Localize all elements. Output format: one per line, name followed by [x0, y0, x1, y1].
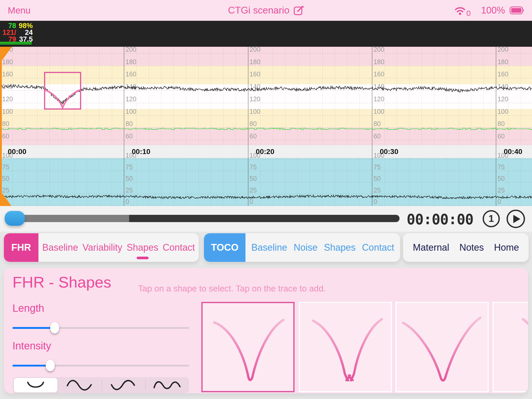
playback-track-remaining[interactable]: [129, 215, 400, 222]
fhr-shapes-panel: FHR - Shapes Tap on a shape to select. T…: [4, 268, 528, 393]
crest-trough-wave-icon: [64, 377, 96, 393]
menu-button[interactable]: Menu: [8, 0, 31, 21]
ctgi-app-screen: Menu CTGi scenario 0 100%: [0, 0, 532, 399]
deceleration-curve: [403, 318, 480, 381]
single-dip-icon: [20, 377, 51, 393]
shape-card-v-deceleration-dotted[interactable]: [299, 302, 392, 392]
length-slider-knob[interactable]: [50, 322, 59, 334]
intensity-slider-knob[interactable]: [46, 360, 55, 371]
play-icon: [513, 215, 520, 223]
intensity-slider-fill: [12, 365, 50, 367]
tab-toco-shapes[interactable]: Shapes: [323, 241, 356, 255]
vitals-strip: 78 98% 121/ 24 79 37.5: [0, 21, 532, 47]
tab-fhr-variability[interactable]: Variability: [82, 241, 123, 255]
dotted-nadir: [345, 379, 354, 381]
segment-divider: [145, 380, 146, 390]
vitals-row-bp-resp: 121/ 24: [0, 29, 44, 36]
status-cluster: 0 100%: [454, 0, 525, 21]
deceleration-curve: [214, 320, 283, 380]
tab-fhr-baseline[interactable]: Baseline: [42, 241, 79, 255]
shape-type-trough-crest[interactable]: [102, 377, 145, 393]
shape-type-segmented-control: [13, 377, 189, 393]
nav-tab-items: Maternal Notes Home: [403, 233, 529, 262]
double-wave-icon: [152, 377, 183, 393]
shape-card-wide-v-deceleration[interactable]: [395, 302, 489, 392]
ctg-trace-chart[interactable]: [0, 47, 532, 207]
playback-time: 00:00:00: [402, 207, 478, 232]
vitals-rows: 78 98% 121/ 24 79 37.5: [0, 22, 44, 43]
page-title: CTGi scenario: [228, 5, 289, 16]
play-button[interactable]: [507, 210, 525, 228]
shape-type-single-dip[interactable]: [14, 378, 57, 393]
vitals-progress-bar: [0, 42, 32, 43]
wifi-count: 0: [466, 9, 471, 18]
shape-card-v-deceleration-partial[interactable]: [493, 302, 528, 392]
intensity-label: Intensity: [12, 340, 51, 352]
deceleration-curve: [523, 319, 528, 390]
intensity-slider[interactable]: [12, 365, 189, 367]
vitals-progress-bar: [0, 43, 32, 44]
tab-maternal[interactable]: Maternal: [412, 241, 450, 255]
tab-fhr-contact[interactable]: Contact: [162, 241, 195, 255]
shape-card-v-deceleration[interactable]: [201, 302, 295, 392]
vitals-row-hr-spo2: 78 98%: [0, 22, 44, 29]
panel-hint: Tap on a shape to select. Tap on the tra…: [138, 284, 326, 294]
deceleration-curve-left: [313, 321, 350, 380]
length-label: Length: [12, 302, 44, 314]
spo2-value: 98%: [17, 22, 33, 29]
tab-fhr-shapes-label: Shapes: [127, 242, 158, 253]
nav-tab-bar: Maternal Notes Home: [403, 233, 529, 262]
playback-track-elapsed[interactable]: [15, 215, 129, 222]
pulse-value: 78: [0, 22, 16, 29]
bp-systolic-value: 121/: [0, 29, 16, 36]
toco-tab-items: Baseline Noise Shapes Contact: [245, 233, 400, 262]
playback-speed-button[interactable]: 1: [483, 210, 500, 227]
toco-tab-bar: TOCO Baseline Noise Shapes Contact: [204, 233, 400, 262]
shape-type-double-wave[interactable]: [145, 377, 189, 393]
title-wrap: CTGi scenario: [0, 0, 532, 21]
tab-toco[interactable]: TOCO: [204, 233, 245, 262]
panel-title: FHR - Shapes: [12, 273, 111, 291]
tab-fhr-shapes[interactable]: Shapes: [126, 241, 159, 255]
resp-value: 24: [17, 29, 33, 36]
length-slider[interactable]: [12, 327, 189, 329]
tab-toco-contact[interactable]: Contact: [361, 241, 395, 255]
tab-home[interactable]: Home: [494, 241, 520, 255]
playback-bar: 00:00:00 1: [0, 207, 532, 232]
tab-fhr[interactable]: FHR: [4, 233, 38, 262]
tab-toco-baseline[interactable]: Baseline: [251, 241, 288, 255]
wifi-icon: [454, 5, 466, 16]
fhr-tab-items: Baseline Variability Shapes Contact: [38, 233, 199, 262]
header-bar: Menu CTGi scenario 0 100%: [0, 0, 532, 21]
wifi-wrap: 0: [454, 5, 471, 16]
tab-toco-noise[interactable]: Noise: [293, 241, 318, 255]
active-tab-underline: [137, 257, 149, 259]
trough-crest-wave-icon: [108, 377, 139, 393]
shape-type-crest-trough[interactable]: [58, 377, 102, 393]
battery-full-icon: [510, 6, 525, 14]
compose-edit-icon[interactable]: [294, 5, 304, 16]
tab-notes[interactable]: Notes: [459, 241, 484, 255]
length-slider-fill: [12, 327, 55, 329]
deceleration-curve-right: [349, 319, 382, 380]
fhr-tab-bar: FHR Baseline Variability Shapes Contact: [4, 233, 199, 262]
playback-scrubber-knob[interactable]: [5, 211, 25, 226]
battery-percent: 100%: [481, 5, 505, 16]
segment-divider: [102, 380, 102, 390]
